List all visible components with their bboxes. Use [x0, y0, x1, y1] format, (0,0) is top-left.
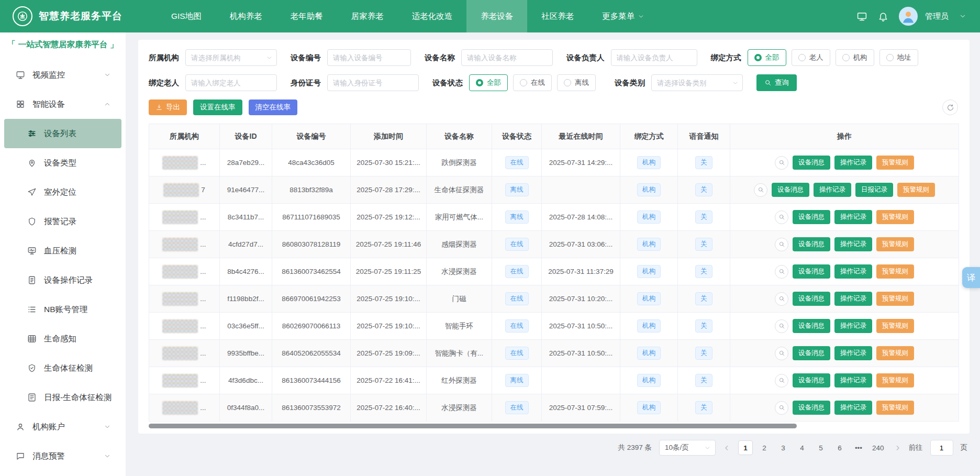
action-button-设备消息[interactable]: 设备消息: [793, 237, 830, 251]
translate-button[interactable]: 译: [962, 267, 980, 288]
row-search-icon[interactable]: [775, 265, 788, 279]
nav-item-2[interactable]: 机构养老: [216, 0, 276, 32]
row-search-icon[interactable]: [754, 183, 767, 197]
radio-option-地址[interactable]: 地址: [879, 49, 918, 66]
action-button-操作记录[interactable]: 操作记录: [834, 237, 872, 251]
sidebar-item-4[interactable]: 设备类型: [0, 148, 126, 178]
action-button-操作记录[interactable]: 操作记录: [834, 264, 872, 279]
action-button-操作记录[interactable]: 操作记录: [834, 346, 872, 360]
action-button-设备消息[interactable]: 设备消息: [772, 183, 809, 197]
action-button-操作记录[interactable]: 操作记录: [814, 183, 851, 197]
action-button-设备消息[interactable]: 设备消息: [793, 319, 830, 333]
action-button-预警规则[interactable]: 预警规则: [876, 156, 914, 170]
action-button-日报记录[interactable]: 日报记录: [855, 183, 893, 197]
sidebar-item-11[interactable]: 生命体征检测: [0, 353, 126, 383]
page-button-1[interactable]: 1: [738, 440, 753, 455]
radio-option-全部[interactable]: 全部: [748, 49, 786, 66]
action-button-操作记录[interactable]: 操作记录: [834, 401, 872, 415]
nav-item-7[interactable]: 社区养老: [527, 0, 588, 32]
row-search-icon[interactable]: [775, 374, 788, 388]
row-search-icon[interactable]: [775, 238, 788, 251]
device-owner-input[interactable]: [611, 49, 697, 66]
row-search-icon[interactable]: [775, 347, 788, 360]
action-button-设备消息[interactable]: 设备消息: [793, 264, 830, 279]
sidebar-item-2[interactable]: 智能设备: [0, 90, 126, 119]
refresh-button[interactable]: [942, 99, 958, 115]
device-name-input[interactable]: [461, 49, 553, 66]
action-button-操作记录[interactable]: 操作记录: [834, 210, 872, 224]
id-card-input[interactable]: [327, 74, 419, 91]
export-button[interactable]: 导出: [149, 99, 187, 115]
action-button-设备消息[interactable]: 设备消息: [793, 373, 830, 388]
sidebar-item-13[interactable]: 机构账户: [0, 412, 126, 441]
radio-option-老人[interactable]: 老人: [792, 49, 830, 66]
radio-option-离线[interactable]: 离线: [557, 74, 596, 91]
page-button-6[interactable]: 6: [832, 440, 847, 455]
action-button-预警规则[interactable]: 预警规则: [876, 319, 914, 333]
sidebar-item-12[interactable]: 日报-生命体征检测: [0, 383, 126, 412]
row-search-icon[interactable]: [775, 401, 788, 415]
action-button-设备消息[interactable]: 设备消息: [793, 292, 830, 306]
action-button-预警规则[interactable]: 预警规则: [876, 210, 914, 224]
action-button-预警规则[interactable]: 预警规则: [876, 346, 914, 360]
action-button-预警规则[interactable]: 预警规则: [876, 373, 914, 388]
radio-option-全部[interactable]: 全部: [469, 74, 508, 91]
user-avatar[interactable]: [899, 7, 918, 26]
sidebar-item-5[interactable]: 室外定位: [0, 178, 126, 207]
sidebar-item-14[interactable]: 消息预警: [0, 441, 126, 471]
action-button-设备消息[interactable]: 设备消息: [793, 401, 830, 415]
horizontal-scrollbar[interactable]: [149, 424, 959, 428]
sidebar-item-8[interactable]: 设备操作记录: [0, 265, 126, 295]
page-ellipsis[interactable]: •••: [851, 440, 866, 455]
page-button-4[interactable]: 4: [795, 440, 809, 455]
page-button-2[interactable]: 2: [757, 440, 772, 455]
action-button-操作记录[interactable]: 操作记录: [834, 156, 872, 170]
action-button-预警规则[interactable]: 预警规则: [876, 237, 914, 251]
next-page-button[interactable]: [894, 444, 901, 452]
radio-option-机构[interactable]: 机构: [836, 49, 874, 66]
sidebar-item-1[interactable]: 视频监控: [0, 60, 126, 90]
action-button-操作记录[interactable]: 操作记录: [834, 319, 872, 333]
page-size-select[interactable]: 10条/页: [659, 440, 716, 456]
goto-page-input[interactable]: [930, 440, 953, 456]
sidebar-item-10[interactable]: 生命感知: [0, 324, 126, 353]
action-button-设备消息[interactable]: 设备消息: [793, 210, 830, 224]
device-no-input[interactable]: [327, 49, 411, 66]
screen-cast-icon[interactable]: [856, 11, 867, 22]
row-search-icon[interactable]: [775, 292, 788, 306]
clear-online-rate-button[interactable]: 清空在线率: [249, 99, 298, 115]
nav-item-6[interactable]: 养老设备: [466, 0, 527, 32]
sidebar-item-9[interactable]: NB账号管理: [0, 295, 126, 324]
nav-item-8[interactable]: 更多菜单: [588, 0, 659, 32]
nav-item-4[interactable]: 居家养老: [337, 0, 398, 32]
page-button-240[interactable]: 240: [870, 440, 886, 455]
device-type-select[interactable]: [651, 74, 743, 91]
action-button-预警规则[interactable]: 预警规则: [876, 292, 914, 306]
row-search-icon[interactable]: [775, 156, 788, 170]
search-button[interactable]: 查询: [756, 74, 797, 91]
action-button-预警规则[interactable]: 预警规则: [876, 264, 914, 279]
action-button-设备消息[interactable]: 设备消息: [793, 346, 830, 360]
page-button-5[interactable]: 5: [814, 440, 828, 455]
action-button-设备消息[interactable]: 设备消息: [793, 156, 830, 170]
nav-item-3[interactable]: 老年助餐: [276, 0, 337, 32]
bind-elder-input[interactable]: [185, 74, 277, 91]
row-search-icon[interactable]: [775, 319, 788, 333]
action-button-操作记录[interactable]: 操作记录: [834, 292, 872, 306]
sidebar-item-6[interactable]: 报警记录: [0, 207, 126, 236]
org-select[interactable]: [185, 49, 277, 66]
bell-icon[interactable]: [878, 11, 888, 21]
action-button-预警规则[interactable]: 预警规则: [876, 401, 914, 415]
action-button-预警规则[interactable]: 预警规则: [897, 183, 935, 197]
scrollbar-thumb[interactable]: [149, 424, 797, 428]
set-online-rate-button[interactable]: 设置在线率: [193, 99, 242, 115]
action-button-操作记录[interactable]: 操作记录: [834, 373, 872, 388]
row-search-icon[interactable]: [775, 211, 788, 224]
radio-option-在线[interactable]: 在线: [513, 74, 552, 91]
prev-page-button[interactable]: [723, 444, 731, 452]
user-menu-chevron-down-icon[interactable]: [959, 13, 966, 20]
sidebar-item-3[interactable]: 设备列表: [4, 119, 121, 148]
page-button-3[interactable]: 3: [776, 440, 790, 455]
sidebar-item-7[interactable]: 血压检测: [0, 236, 126, 265]
nav-item-1[interactable]: GIS地图: [157, 0, 216, 32]
